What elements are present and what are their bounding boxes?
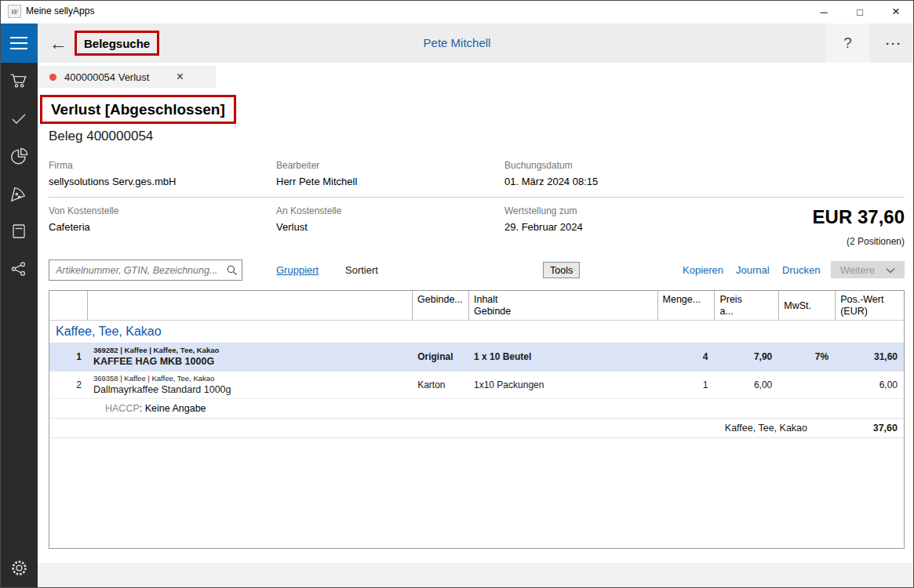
sidebar (0, 63, 38, 588)
checkmark-icon (9, 109, 28, 130)
field-label-firma: Firma (49, 160, 73, 171)
tools-button[interactable]: Tools (543, 262, 580, 278)
table-row[interactable]: 2 369358 | Kaffee | Kaffee, Tee, Kakao D… (49, 371, 904, 398)
group-header-row[interactable]: Kaffee, Tee, Kakao (49, 321, 904, 343)
cell-preis: 7,90 (714, 351, 778, 362)
more-actions-button[interactable]: Weitere (831, 261, 905, 278)
article-meta: 369282 | Kaffee | Kaffee, Tee, Kakao (93, 346, 219, 355)
top-app-bar: ← Belegsuche Pete Mitchell ? ··· (0, 24, 914, 63)
group-total-value: 37,60 (835, 423, 904, 434)
book-icon (9, 222, 28, 243)
ellipsis-icon: ··· (886, 37, 902, 50)
cell-pos-wert: 6,00 (835, 379, 904, 390)
document-number: Beleg 400000054 (49, 129, 153, 144)
cell-gebinde: Karton (412, 379, 468, 390)
article-meta: 369358 | Kaffee | Kaffee, Tee, Kakao (93, 374, 214, 383)
field-label-wertstellung: Wertstellung zum (504, 205, 577, 216)
cell-menge: 1 (657, 379, 715, 390)
bottom-strip (38, 563, 914, 588)
more-options-button[interactable]: ··· (874, 24, 914, 63)
cell-preis: 6,00 (714, 379, 778, 390)
minimize-icon: ─ (820, 6, 827, 18)
help-icon: ? (843, 34, 852, 51)
gear-icon (9, 557, 30, 581)
field-value-bearbeiter: Herr Pete Mitchell (276, 176, 357, 187)
document-tab[interactable]: 400000054 Verlust × (38, 66, 216, 88)
sorted-label[interactable]: Sortiert (345, 264, 378, 276)
back-button[interactable]: ← (46, 24, 71, 63)
print-link[interactable]: Drucken (782, 264, 820, 276)
app-logo-icon: w (8, 5, 21, 18)
sidebar-item-food[interactable] (0, 176, 38, 213)
field-label-buchungsdatum: Buchungsdatum (504, 160, 573, 171)
haccp-value: : Keine Angabe (140, 403, 206, 414)
tab-label: 400000054 Verlust (64, 71, 149, 83)
article-name: Dallmayrkaffee Standard 1000g (93, 383, 231, 396)
close-tab-icon: × (177, 70, 184, 83)
maximize-icon: □ (857, 6, 863, 18)
cart-icon (9, 71, 29, 93)
row-number: 1 (49, 351, 87, 362)
chevron-down-icon (886, 264, 895, 276)
field-label-bearbeiter: Bearbeiter (276, 160, 319, 171)
pie-chart-icon (9, 146, 29, 169)
column-header-preis[interactable]: Preis a... (714, 291, 778, 320)
maximize-button[interactable]: □ (842, 0, 878, 24)
sidebar-item-cart[interactable] (0, 63, 38, 100)
document-status-title: Verlust [Abgeschlossen] (51, 101, 225, 118)
share-network-icon (9, 260, 28, 281)
field-value-wertstellung: 29. Februar 2024 (504, 221, 583, 233)
cell-gebinde: Original (412, 351, 468, 362)
annotation-box-page-title: Belegsuche (75, 31, 159, 56)
sidebar-item-journal[interactable] (0, 213, 38, 251)
table-header-row: Gebinde... Inhalt Gebinde Menge... Preis… (49, 291, 904, 321)
table-row[interactable]: 1 369282 | Kaffee | Kaffee, Tee, Kakao K… (49, 343, 904, 371)
column-header-mwst[interactable]: MwSt. (778, 291, 835, 320)
back-arrow-icon: ← (49, 33, 67, 53)
sidebar-item-share[interactable] (0, 251, 38, 289)
hamburger-menu-button[interactable] (0, 24, 38, 63)
titlebar: w Meine sellyApps ─ □ × (0, 0, 914, 24)
haccp-label: HACCP (105, 403, 140, 414)
position-count: (2 Positionen) (847, 236, 905, 247)
close-button[interactable]: × (878, 0, 914, 24)
field-value-buchungsdatum: 01. März 2024 08:15 (504, 176, 598, 187)
sidebar-item-settings[interactable] (0, 550, 38, 588)
main-content: 400000054 Verlust × Verlust [Abgeschloss… (38, 63, 914, 588)
hamburger-icon (10, 37, 27, 38)
document-total: EUR 37,60 (813, 206, 905, 228)
group-total-row: Kaffee, Tee, Kakao 37,60 (49, 418, 904, 438)
haccp-row: HACCP: Keine Angabe (49, 398, 904, 418)
column-header-pos-wert[interactable]: Pos.-Wert (EUR) (835, 291, 904, 320)
column-header-menge[interactable]: Menge... (657, 291, 715, 320)
tab-close-button[interactable]: × (171, 70, 188, 84)
field-label-von-kostenstelle: Von Kostenstelle (49, 205, 118, 216)
sidebar-item-tasks[interactable] (0, 100, 38, 138)
positions-table: Gebinde... Inhalt Gebinde Menge... Preis… (49, 290, 905, 549)
search-input[interactable] (49, 265, 221, 276)
search-icon[interactable] (221, 264, 242, 276)
grouped-link[interactable]: Gruppiert (276, 264, 319, 276)
annotation-box-doc-title: Verlust [Abgeschlossen] (40, 95, 236, 124)
window-controls: ─ □ × (806, 0, 914, 24)
more-actions-label: Weitere (840, 264, 876, 276)
field-value-an-kostenstelle: Verlust (276, 221, 308, 233)
unsaved-dot-icon (49, 74, 56, 81)
field-label-an-kostenstelle: An Kostenstelle (276, 205, 341, 216)
cell-pos-wert: 31,60 (835, 351, 904, 362)
row-number: 2 (49, 379, 87, 390)
help-button[interactable]: ? (826, 24, 869, 63)
cell-mwst: 7% (778, 351, 835, 362)
field-value-von-kostenstelle: Cafeteria (49, 221, 90, 233)
minimize-button[interactable]: ─ (806, 0, 842, 24)
article-name: KAFFEE HAG MKB 1000G (93, 355, 214, 368)
group-name: Kaffee, Tee, Kakao (49, 325, 162, 339)
sidebar-item-reports[interactable] (0, 138, 38, 176)
journal-link[interactable]: Journal (736, 264, 770, 276)
group-total-label: Kaffee, Tee, Kakao (49, 423, 835, 434)
column-header-inhalt-gebinde[interactable]: Inhalt Gebinde (468, 291, 657, 320)
cell-inhalt: 1 x 10 Beutel (468, 351, 657, 362)
column-header-gebinde[interactable]: Gebinde... (412, 291, 468, 320)
copy-link[interactable]: Kopieren (683, 264, 723, 276)
article-search (49, 260, 242, 281)
